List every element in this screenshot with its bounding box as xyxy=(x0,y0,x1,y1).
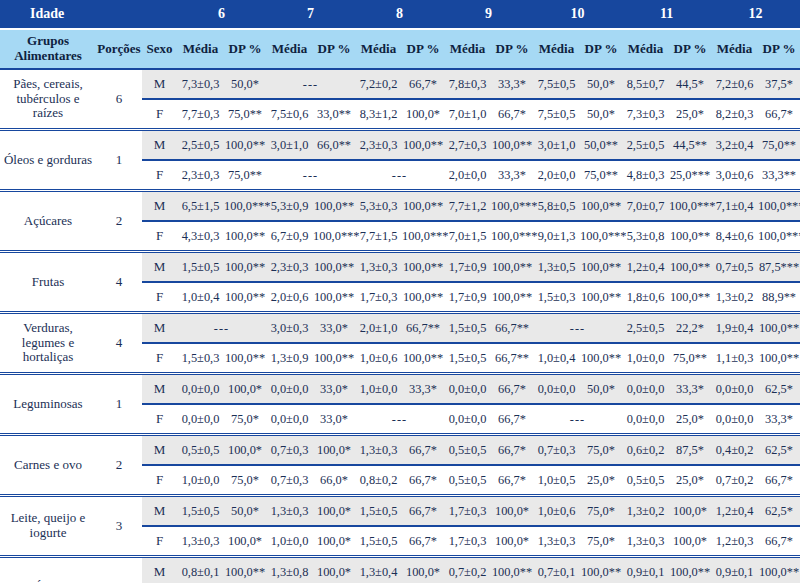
table-body: Pães, cereais, tubérculos e raízes6M7,3±… xyxy=(0,69,800,583)
dp-value: 100,0** xyxy=(758,343,800,374)
media-value: 8,5±0,7 xyxy=(622,69,669,99)
media-value: 1,7±0,9 xyxy=(444,282,491,313)
dp-value: 100,0* xyxy=(313,526,355,557)
media-column-header: Média xyxy=(355,29,402,69)
dp-column-header: DP % xyxy=(758,29,800,69)
dp-value: 100,0* xyxy=(224,526,266,557)
sex-value: M xyxy=(142,557,177,583)
media-value: 2,3±0,3 xyxy=(177,160,224,191)
dp-value: 87,5* xyxy=(669,435,711,466)
dp-value: 66,0** xyxy=(313,130,355,161)
dp-value: 100,0** xyxy=(224,130,266,161)
dp-value: 100,0** xyxy=(402,252,444,283)
dp-value: 100,0** xyxy=(402,282,444,313)
dp-value: 66,7* xyxy=(491,435,533,466)
dp-value: 33,3* xyxy=(758,404,800,435)
dp-column-header: DP % xyxy=(224,29,266,69)
dp-value: 37,5* xyxy=(758,69,800,99)
dp-value: 62,5* xyxy=(758,374,800,405)
food-group-name: Leguminosas xyxy=(0,374,96,435)
media-value: 0,0±0,0 xyxy=(711,374,758,405)
media-value: 1,2±0,3 xyxy=(711,526,758,557)
dp-value: 75,0* xyxy=(580,435,622,466)
portions-value: 4 xyxy=(96,252,142,313)
dp-value: 100,0** xyxy=(491,252,533,283)
dp-value: 25,0* xyxy=(669,99,711,130)
media-value: 7,7±1,2 xyxy=(444,191,491,222)
dp-value: 100,0*** xyxy=(669,191,711,222)
media-value: 0,7±0,2 xyxy=(444,557,491,583)
media-value: 1,5±0,5 xyxy=(444,313,491,344)
missing-value: --- xyxy=(266,160,355,191)
food-group-name: Frutas xyxy=(0,252,96,313)
media-value: 1,3±0,5 xyxy=(533,252,580,283)
dp-value: 66,7* xyxy=(402,69,444,99)
media-value: 1,3±0,3 xyxy=(266,496,313,527)
dp-value: 100,0*** xyxy=(402,221,444,252)
media-value: 3,0±1,0 xyxy=(266,130,313,161)
media-value: 0,6±0,2 xyxy=(622,435,669,466)
media-value: 1,3±0,9 xyxy=(266,343,313,374)
missing-value: --- xyxy=(533,404,622,435)
media-value: 7,7±0,3 xyxy=(177,99,224,130)
media-value: 7,3±0,3 xyxy=(622,99,669,130)
media-value: 1,3±0,3 xyxy=(177,526,224,557)
dp-value: 66,0* xyxy=(313,465,355,496)
media-value: 1,2±0,4 xyxy=(622,252,669,283)
food-group-name: Leite, queijo e iogurte xyxy=(0,496,96,557)
food-group-name: Verduras, legumes e hortaliças xyxy=(0,313,96,374)
media-value: 5,8±0,5 xyxy=(533,191,580,222)
age-header-row: Idade 6 7 8 9 10 11 12 xyxy=(0,0,800,29)
dp-value: 66,7** xyxy=(491,343,533,374)
media-value: 2,3±0,3 xyxy=(266,252,313,283)
dp-value: 100,0* xyxy=(224,435,266,466)
media-value: 0,4±0,2 xyxy=(711,435,758,466)
table-row: Óleos e gorduras1M2,5±0,5100,0**3,0±1,06… xyxy=(0,130,800,161)
media-value: 0,0±0,0 xyxy=(533,374,580,405)
dp-value: 75,0** xyxy=(224,99,266,130)
dp-value: 50,0* xyxy=(224,496,266,527)
dp-value: 44,5** xyxy=(669,130,711,161)
dp-value: 100,0* xyxy=(402,557,444,583)
media-value: 0,0±0,0 xyxy=(266,404,313,435)
food-group-name: Pães, cereais, tubérculos e raízes xyxy=(0,69,96,130)
media-value: 4,8±0,3 xyxy=(622,160,669,191)
dp-value: 25,0* xyxy=(669,404,711,435)
dp-value: 100,0* xyxy=(313,496,355,527)
media-value: 1,5±0,3 xyxy=(177,343,224,374)
media-value: 5,3±0,3 xyxy=(355,191,402,222)
media-value: 1,5±0,3 xyxy=(533,282,580,313)
dp-value: 33,3* xyxy=(669,374,711,405)
media-value: 0,5±0,5 xyxy=(622,465,669,496)
portions-value: 6 xyxy=(96,69,142,130)
age-column-header-10: 10 xyxy=(533,0,622,29)
media-value: 2,5±0,5 xyxy=(622,130,669,161)
table-row: Água2 LM0,8±0,1100,0**1,3±0,8100,0*1,3±0… xyxy=(0,557,800,583)
media-value: 1,5±0,5 xyxy=(355,526,402,557)
media-value: 0,9±0,1 xyxy=(622,557,669,583)
dp-value: 100,0* xyxy=(669,526,711,557)
media-value: 2,5±0,5 xyxy=(622,313,669,344)
dp-value: 66,7* xyxy=(758,526,800,557)
portions-value: 3 xyxy=(96,496,142,557)
media-value: 0,5±0,5 xyxy=(444,435,491,466)
media-value: 0,5±0,5 xyxy=(177,435,224,466)
media-value: 1,3±0,8 xyxy=(266,557,313,583)
sex-value: F xyxy=(142,221,177,252)
media-value: 2,0±0,6 xyxy=(266,282,313,313)
dp-value: 100,0** xyxy=(224,282,266,313)
table-row: Açúcares2M6,5±1,5100,0***5,3±0,9100,0**5… xyxy=(0,191,800,222)
dp-value: 66,7* xyxy=(402,435,444,466)
portions-column-header: Porções xyxy=(96,29,142,69)
media-value: 1,0±0,6 xyxy=(355,343,402,374)
dp-value: 100,0** xyxy=(224,557,266,583)
portions-value: 1 xyxy=(96,374,142,435)
dp-value: 100,0** xyxy=(758,313,800,344)
portions-value: 2 xyxy=(96,191,142,252)
sex-value: F xyxy=(142,404,177,435)
sex-value: F xyxy=(142,282,177,313)
media-value: 1,0±0,4 xyxy=(177,282,224,313)
dp-value: 33,0** xyxy=(313,99,355,130)
media-value: 3,0±0,3 xyxy=(266,313,313,344)
dp-value: 100,0*** xyxy=(758,191,800,222)
